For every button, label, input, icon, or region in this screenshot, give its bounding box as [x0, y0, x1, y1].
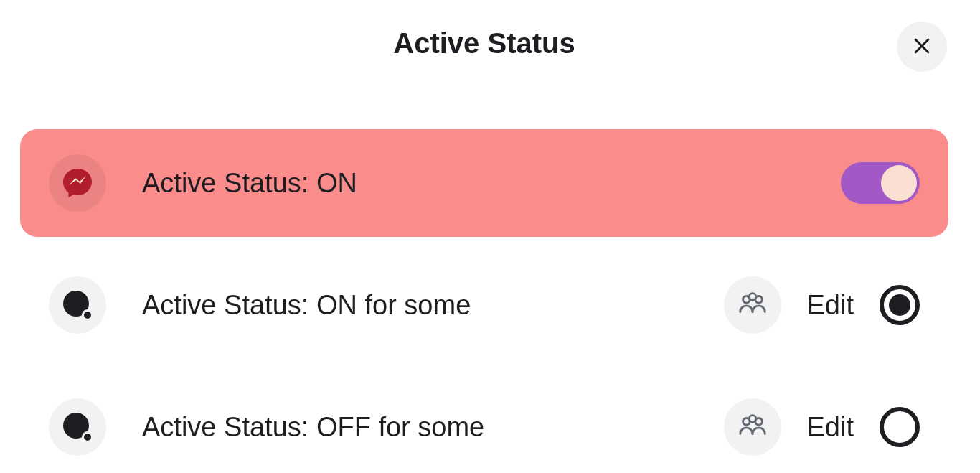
option-label: Active Status: ON — [142, 168, 841, 199]
messenger-icon-container — [49, 154, 106, 212]
chat-icon-container — [49, 276, 106, 334]
close-icon — [911, 31, 933, 63]
chat-icon-container — [49, 398, 106, 456]
people-icon — [736, 409, 769, 445]
messenger-icon — [60, 166, 95, 200]
edit-people-button[interactable] — [724, 276, 781, 334]
edit-people-button[interactable] — [724, 398, 781, 456]
option-active-status-on[interactable]: Active Status: ON — [20, 129, 948, 237]
option-on-for-some[interactable]: Active Status: ON for some Edit — [20, 251, 948, 359]
option-off-for-some[interactable]: Active Status: OFF for some Edit — [20, 373, 948, 473]
radio-on-for-some[interactable] — [880, 285, 920, 325]
dialog-header: Active Status — [0, 0, 969, 86]
svg-point-4 — [749, 294, 756, 301]
edit-label[interactable]: Edit — [807, 412, 854, 443]
option-controls: Edit — [724, 398, 920, 456]
option-controls: Edit — [724, 276, 920, 334]
chat-bubble-icon — [63, 291, 92, 319]
toggle-knob — [881, 165, 917, 201]
option-controls — [841, 162, 920, 204]
option-label: Active Status: ON for some — [142, 290, 724, 321]
close-button[interactable] — [897, 22, 947, 72]
chat-bubble-icon — [63, 413, 92, 441]
active-status-toggle[interactable] — [841, 162, 920, 204]
edit-label[interactable]: Edit — [807, 290, 854, 321]
people-icon — [736, 287, 769, 323]
active-status-dialog: Active Status Active Status: ON — [0, 0, 969, 473]
radio-off-for-some[interactable] — [880, 407, 920, 447]
option-label: Active Status: OFF for some — [142, 412, 724, 443]
dialog-title: Active Status — [393, 27, 575, 60]
svg-point-7 — [749, 416, 756, 423]
